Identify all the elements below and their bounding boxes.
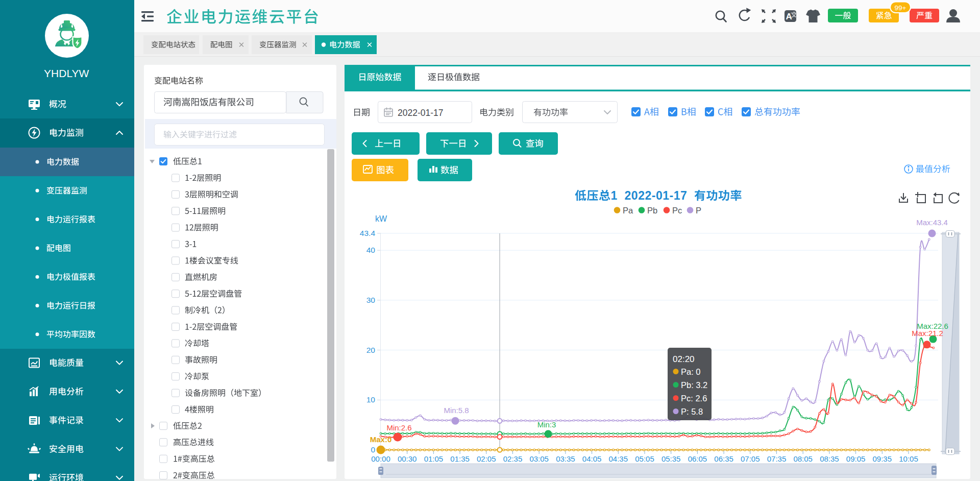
svg-text:43.4: 43.4 xyxy=(360,229,376,237)
svg-text:0: 0 xyxy=(371,445,375,454)
svg-text:01:35: 01:35 xyxy=(450,454,470,463)
svg-text:2022-01-17: 2022-01-17 xyxy=(398,108,444,118)
svg-text:Pa: 0: Pa: 0 xyxy=(681,367,701,376)
svg-text:00:30: 00:30 xyxy=(398,454,417,463)
svg-text:01:05: 01:05 xyxy=(424,454,444,463)
svg-text:05:35: 05:35 xyxy=(662,454,681,463)
svg-text:1 2022-01-17: 1 2022-01-17 xyxy=(611,189,695,202)
svg-text:10:05: 10:05 xyxy=(899,454,918,463)
svg-text:Pc: 2.6: Pc: 2.6 xyxy=(681,394,707,403)
svg-text:YHDLYW: YHDLYW xyxy=(44,67,89,79)
svg-text:03:35: 03:35 xyxy=(556,454,575,463)
svg-text:Max:43.4: Max:43.4 xyxy=(916,218,948,227)
svg-text:30: 30 xyxy=(366,296,376,304)
svg-text:99+: 99+ xyxy=(895,4,906,12)
svg-text:kW: kW xyxy=(375,214,387,223)
svg-text:Pc: Pc xyxy=(672,206,682,215)
svg-text:Min:5.8: Min:5.8 xyxy=(444,406,469,415)
svg-text:Min:2.6: Min:2.6 xyxy=(386,423,411,432)
svg-text:06:35: 06:35 xyxy=(714,454,733,463)
svg-text:Pa: Pa xyxy=(623,206,633,215)
svg-text:07:05: 07:05 xyxy=(741,454,760,463)
svg-text:04:35: 04:35 xyxy=(609,454,628,463)
svg-text:06:05: 06:05 xyxy=(688,454,707,463)
svg-text:09:05: 09:05 xyxy=(846,454,866,463)
svg-text:07:35: 07:35 xyxy=(767,454,787,463)
svg-text:Min:3: Min:3 xyxy=(537,420,556,429)
svg-text:02:35: 02:35 xyxy=(503,454,523,463)
svg-text:02:20: 02:20 xyxy=(673,354,695,364)
svg-text:Pb: Pb xyxy=(647,206,657,215)
svg-text:Pb: 3.2: Pb: 3.2 xyxy=(681,380,707,390)
svg-text:08:35: 08:35 xyxy=(820,454,839,463)
svg-text:02:05: 02:05 xyxy=(477,454,496,463)
svg-text:Max:0: Max:0 xyxy=(370,435,392,444)
svg-text:05:05: 05:05 xyxy=(635,454,654,463)
svg-text:09:35: 09:35 xyxy=(873,454,892,463)
svg-text:08:05: 08:05 xyxy=(793,454,813,463)
svg-text:40: 40 xyxy=(366,246,376,254)
svg-text:20: 20 xyxy=(366,346,376,354)
svg-text:03:05: 03:05 xyxy=(529,454,549,463)
svg-text:04:05: 04:05 xyxy=(582,454,602,463)
svg-text:P: 5.8: P: 5.8 xyxy=(681,407,703,416)
svg-text:10: 10 xyxy=(366,395,376,404)
svg-text:00:00: 00:00 xyxy=(371,454,390,463)
svg-text:Max:21.2: Max:21.2 xyxy=(912,329,943,338)
svg-text:P: P xyxy=(696,206,701,215)
